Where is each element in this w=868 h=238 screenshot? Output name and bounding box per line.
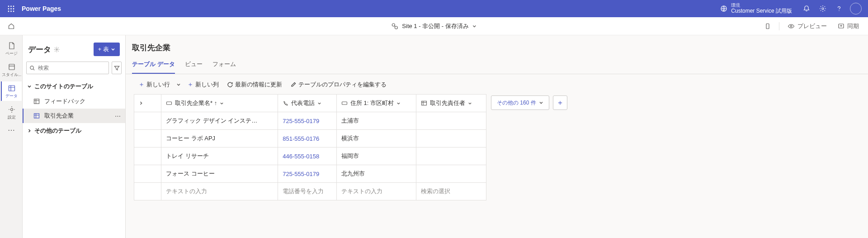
svg-point-21 [30,66,33,69]
settings-button[interactable] [815,0,831,17]
device-preview-button[interactable] [762,21,774,31]
bell-icon [803,5,810,12]
new-owner-cell[interactable]: 検索の選択 [416,183,486,200]
edit-properties-button[interactable]: テーブルのプロパティを編集する [288,79,389,90]
col-header-city[interactable]: 住所 1: 市区町村 [336,95,416,112]
entity-tabs: テーブル データ ビュー フォーム [126,57,868,74]
svg-point-7 [10,10,12,12]
table-group-other[interactable]: その他のテーブル [23,123,125,138]
user-avatar[interactable] [850,3,862,14]
add-table-button[interactable]: + 表 [94,43,120,56]
add-column-button[interactable]: ＋ [553,95,567,110]
data-icon [8,84,16,92]
cell-owner[interactable] [416,148,486,165]
new-row[interactable]: テキストの入力 電話番号を入力 テキストの入力 検索の選択 [134,183,486,200]
notifications-button[interactable] [798,0,815,17]
cell-owner[interactable] [416,130,486,148]
cell-owner[interactable] [416,165,486,183]
sidebar-item-label: フィードバック [44,97,85,105]
sync-button[interactable]: 同期 [835,20,862,32]
cell-phone[interactable]: 446-555-0158 [278,148,337,165]
phone-field-icon [283,100,288,106]
refresh-icon [227,81,233,88]
text-field-icon [341,100,348,106]
cell-name[interactable]: フォース コーヒー [161,165,278,183]
command-bar: ＋新しい行 ＋新しい列 最新の情報に更新 テーブルのプロパティを編集する [126,74,868,94]
environment-picker[interactable]: 環境 Customer Service 試用版 [714,3,798,14]
sidebar-item-account[interactable]: 取引先企業 ⋯ [23,109,125,123]
filter-button[interactable] [112,62,122,74]
rail-style[interactable]: スタイル... [1,60,22,80]
svg-point-6 [8,10,9,12]
more-columns-button[interactable]: その他の 160 件 [491,95,549,110]
rail-pages[interactable]: ページ [1,39,22,58]
cell-city[interactable]: 福岡市 [336,148,416,165]
svg-point-20 [56,48,57,50]
tab-form[interactable]: フォーム [212,57,236,74]
tab-table-data[interactable]: テーブル データ [132,57,175,74]
app-launcher[interactable] [4,1,18,16]
row-selector[interactable] [134,112,161,130]
row-selector[interactable] [134,165,161,183]
preview-button[interactable]: プレビュー [785,20,830,32]
side-panel: データ + 表 このサイトのテーブル フィードバック [23,35,126,238]
side-settings[interactable] [54,47,60,52]
text-field-icon [166,100,172,106]
search-input[interactable] [38,65,106,71]
cell-phone[interactable]: 851-555-0176 [278,130,337,148]
new-city-cell[interactable]: テキストの入力 [336,183,416,200]
help-button[interactable] [831,0,847,17]
lookup-field-icon [421,100,427,106]
table-row[interactable]: グラフィック デザイン インステ…725-555-0179土浦市 [134,112,486,130]
new-column-button[interactable]: ＋新しい列 [184,79,222,90]
svg-rect-26 [421,101,426,105]
item-more[interactable]: ⋯ [115,113,121,119]
cell-city[interactable]: 横浜市 [336,130,416,148]
cell-owner[interactable] [416,112,486,130]
cell-phone[interactable]: 725-555-0179 [278,165,337,183]
cell-city[interactable]: 北九州市 [336,165,416,183]
col-header-phone[interactable]: 代表電話 [278,95,337,112]
gear-icon [819,5,826,12]
rail-more[interactable]: ⋯ [8,126,15,134]
new-row-button[interactable]: ＋新しい行 [136,79,173,90]
table-icon [33,113,40,119]
waffle-icon [8,5,14,12]
new-phone-cell[interactable]: 電話番号を入力 [278,183,337,200]
cell-name[interactable]: コーヒー ラボ APJ [161,130,278,148]
global-header: Power Pages 環境 Customer Service 試用版 [0,0,868,17]
new-row-split[interactable] [175,82,182,87]
home-button[interactable] [0,23,23,30]
col-header-owner[interactable]: 取引先責任者 [416,95,486,112]
home-icon [8,23,15,30]
tab-view[interactable]: ビュー [185,57,203,74]
cell-city[interactable]: 土浦市 [336,112,416,130]
sidebar-item-feedback[interactable]: フィードバック [23,94,125,109]
chevron-right-icon [139,101,143,105]
row-selector[interactable] [134,130,161,148]
table-row[interactable]: フォース コーヒー725-555-0179北九州市 [134,165,486,183]
row-selector[interactable] [134,148,161,165]
cell-name[interactable]: トレイ リサーチ [161,148,278,165]
data-grid: 取引先企業名* ↑ 代表電話 [134,94,486,200]
search-input-wrapper[interactable] [26,62,109,74]
rail-data[interactable]: データ [1,81,22,101]
svg-point-15 [790,25,792,27]
table-group-site[interactable]: このサイトのテーブル [23,79,125,94]
table-row[interactable]: トレイ リサーチ446-555-0158福岡市 [134,148,486,165]
table-row[interactable]: コーヒー ラボ APJ851-555-0176横浜市 [134,130,486,148]
site-status-dropdown[interactable]: Site 1 - 非公開 - 保存済み [391,22,476,30]
refresh-button[interactable]: 最新の情報に更新 [224,79,285,90]
col-header-name[interactable]: 取引先企業名* ↑ [161,95,278,112]
new-name-cell[interactable]: テキストの入力 [161,183,278,200]
svg-point-5 [13,8,14,10]
main-content: 取引先企業 テーブル データ ビュー フォーム ＋新しい行 ＋新しい列 最新の情… [126,35,868,238]
chevron-down-icon [220,101,224,105]
cell-name[interactable]: グラフィック デザイン インステ… [161,112,278,130]
cell-phone[interactable]: 725-555-0179 [278,112,337,130]
row-selector-header[interactable] [134,95,161,112]
rail-settings[interactable]: 設定 [1,103,22,122]
svg-point-19 [10,109,13,111]
settings-icon [8,105,16,114]
sidebar-item-label: 取引先企業 [44,112,74,120]
